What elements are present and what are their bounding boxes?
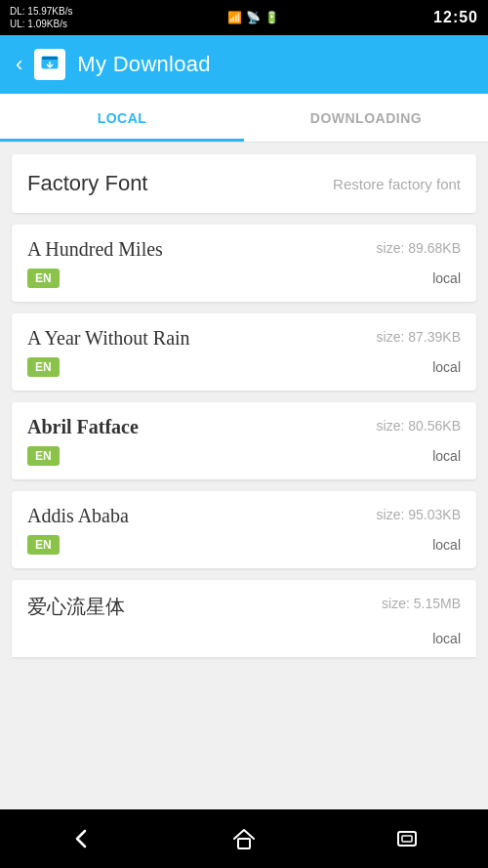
signal-icon: 📡 [246,11,261,24]
font-card-bottom: EN local [27,269,461,288]
lang-badge: EN [27,446,60,466]
font-card-top: A Year Without Rain size: 87.39KB [27,327,461,350]
recent-nav-icon [393,825,421,852]
app-icon [34,49,65,80]
no-lang-badge [27,628,57,649]
status-bar: DL: 15.97KB/s UL: 1.09KB/s 📶 📡 🔋 12:50 [0,0,488,35]
font-status: local [432,631,461,646]
status-network: DL: 15.97KB/s UL: 1.09KB/s [10,5,72,30]
font-status: local [432,537,461,553]
font-size: size: 80.56KB [377,418,461,434]
font-status: local [432,359,461,375]
restore-factory-font-button[interactable]: Restore factory font [333,176,461,192]
svg-rect-3 [44,69,56,71]
wifi-icon: 📶 [227,11,242,24]
clock: 12:50 [433,9,478,26]
font-card-top: Abril Fatface size: 80.56KB [27,416,461,438]
font-item-3: Addis Ababa size: 95.03KB EN local [12,491,476,568]
font-card-bottom: EN local [27,535,461,555]
font-status: local [432,448,461,464]
font-name: A Year Without Rain [27,327,190,350]
lang-badge: EN [27,269,60,288]
factory-font-card: Factory Font Restore factory font [12,154,476,213]
font-card-top: A Hundred Miles size: 89.68KB [27,238,461,261]
font-size: size: 95.03KB [377,507,461,522]
tab-local[interactable]: LOCAL [0,94,244,142]
status-icons: 📶 📡 🔋 [227,11,279,24]
home-nav-icon [230,825,258,852]
font-name: A Hundred Miles [27,238,163,261]
font-card-top: 爱心流星体 size: 5.15MB [27,594,461,620]
ul-speed: UL: 1.09KB/s [10,18,72,30]
nav-bar [0,809,488,868]
nav-recent-button[interactable] [378,819,436,858]
font-size: size: 87.39KB [377,329,461,345]
font-name: Abril Fatface [27,416,139,438]
svg-rect-1 [42,57,58,60]
font-card-bottom: EN local [27,446,461,466]
content-area: Factory Font Restore factory font A Hund… [0,143,488,809]
page-title: My Download [77,52,211,77]
lang-badge: EN [27,357,60,377]
app-bar: ‹ My Download [0,35,488,94]
tab-downloading[interactable]: DOWNLOADING [244,94,488,142]
font-card-bottom: local [27,628,461,649]
font-item-1: A Year Without Rain size: 87.39KB EN loc… [12,313,476,391]
font-size: size: 5.15MB [382,596,461,611]
svg-rect-5 [398,832,416,846]
tab-bar: LOCAL DOWNLOADING [0,94,488,143]
font-card-top: Addis Ababa size: 95.03KB [27,505,461,527]
font-card-bottom: EN local [27,357,461,377]
font-name: 爱心流星体 [27,594,125,620]
font-item-2: Abril Fatface size: 80.56KB EN local [12,402,476,479]
battery-icon: 🔋 [264,11,279,24]
svg-rect-6 [402,836,412,842]
lang-badge: EN [27,535,60,555]
font-status: local [432,270,461,286]
font-item-0: A Hundred Miles size: 89.68KB EN local [12,225,476,302]
back-nav-icon [67,825,95,852]
font-item-4: 爱心流星体 size: 5.15MB local [12,580,476,657]
nav-home-button[interactable] [215,819,273,858]
factory-font-name: Factory Font [27,171,147,196]
svg-rect-4 [238,839,250,848]
back-button[interactable]: ‹ [16,52,22,77]
dl-speed: DL: 15.97KB/s [10,5,72,18]
font-size: size: 89.68KB [377,240,461,256]
download-icon [40,55,60,74]
font-name: Addis Ababa [27,505,129,527]
nav-back-button[interactable] [52,819,110,858]
